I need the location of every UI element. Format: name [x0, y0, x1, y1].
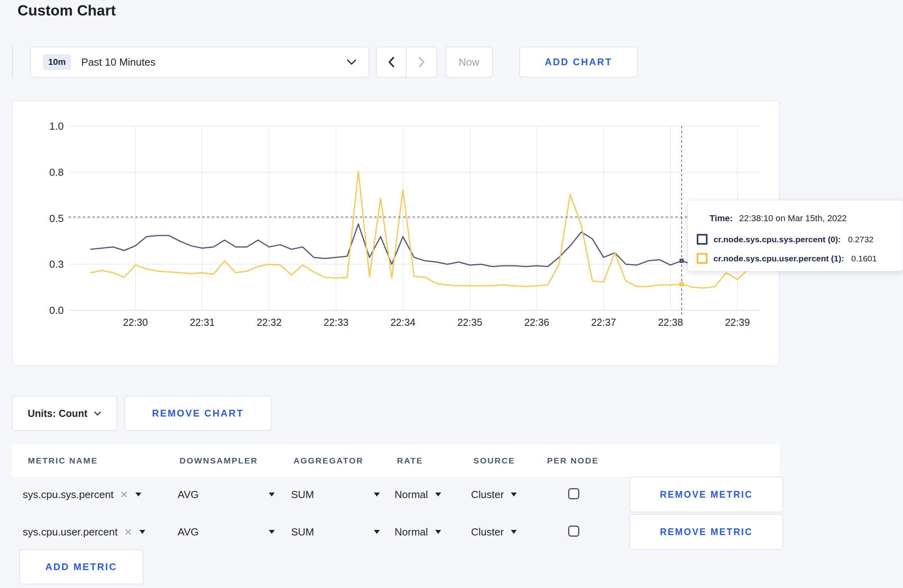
svg-text:22:31: 22:31: [190, 317, 215, 328]
col-header-downsampler: DOWNSAMPLER: [180, 444, 258, 477]
col-header-aggregator: AGGREGATOR: [293, 444, 364, 477]
next-time-button[interactable]: [407, 47, 436, 77]
tooltip-time-value: 22:38:10 on Mar 15th, 2022: [739, 213, 846, 224]
svg-text:22:30: 22:30: [123, 317, 148, 328]
chart-tooltip: Time: 22:38:10 on Mar 15th, 2022 cr.node…: [688, 200, 903, 271]
aggregator-select[interactable]: SUM: [291, 477, 380, 512]
svg-text:22:32: 22:32: [257, 317, 282, 328]
dropdown-arrow-icon: [374, 530, 380, 534]
svg-text:22:36: 22:36: [524, 317, 549, 328]
time-nav-group: [376, 47, 437, 78]
sys-series-legend-swatch: [697, 234, 708, 245]
svg-text:22:33: 22:33: [324, 317, 349, 328]
dropdown-arrow-icon: [269, 530, 275, 534]
tooltip-time-label: Time:: [710, 213, 733, 224]
add-metric-button[interactable]: ADD METRIC: [19, 549, 143, 584]
remove-tag-icon[interactable]: ✕: [124, 526, 132, 538]
tooltip-series-label: cr.node.sys.cpu.sys.percent (0):: [713, 235, 841, 244]
now-button[interactable]: Now: [445, 47, 493, 78]
remove-metric-button[interactable]: REMOVE METRIC: [629, 477, 783, 512]
col-header-per-node: PER NODE: [547, 444, 599, 477]
svg-text:22:35: 22:35: [457, 317, 483, 328]
source-value: Cluster: [471, 526, 504, 538]
col-header-metric-name: METRIC NAME: [28, 444, 98, 477]
prev-time-button[interactable]: [377, 47, 407, 77]
dropdown-arrow-icon: [269, 493, 275, 496]
remove-metric-button[interactable]: REMOVE METRIC: [629, 514, 783, 550]
units-label: Units: Count: [28, 408, 88, 419]
tooltip-series-value: 0.2732: [848, 235, 874, 244]
rate-value: Normal: [395, 489, 428, 501]
source-select[interactable]: Cluster: [471, 514, 517, 550]
per-node-checkbox[interactable]: [568, 526, 579, 537]
metrics-table-header: METRIC NAME DOWNSAMPLER AGGREGATOR RATE …: [12, 444, 780, 477]
tooltip-series-label: cr.node.sys.cpu.user.percent (1):: [713, 254, 844, 263]
chevron-left-icon: [387, 56, 395, 68]
time-range-label: Past 10 Minutes: [81, 56, 155, 68]
metric-name-value[interactable]: sys.cpu.sys.percent: [23, 489, 113, 501]
units-select[interactable]: Units: Count: [12, 396, 117, 431]
dropdown-arrow-icon: [511, 493, 517, 496]
remove-tag-icon[interactable]: ✕: [120, 489, 128, 500]
timeseries-chart[interactable]: 0.00.30.50.81.022:3022:3122:3222:3322:34…: [13, 101, 779, 365]
col-header-source: SOURCE: [473, 444, 515, 477]
dropdown-arrow-icon: [435, 530, 441, 534]
rate-select[interactable]: Normal: [395, 477, 441, 512]
dropdown-arrow-icon[interactable]: [139, 530, 145, 534]
rate-value: Normal: [395, 526, 428, 538]
tooltip-series-value: 0.1601: [851, 254, 877, 263]
svg-text:1.0: 1.0: [49, 120, 64, 132]
aggregator-value: SUM: [291, 526, 314, 538]
dropdown-arrow-icon: [435, 493, 441, 496]
svg-text:0.5: 0.5: [49, 212, 64, 224]
downsampler-select[interactable]: AVG: [178, 477, 275, 512]
dropdown-arrow-icon: [511, 530, 517, 534]
source-value: Cluster: [471, 489, 504, 501]
chart-panel[interactable]: 0.00.30.50.81.022:3022:3122:3222:3322:34…: [12, 100, 780, 366]
chevron-down-icon: [94, 411, 102, 416]
svg-text:22:39: 22:39: [725, 317, 750, 328]
aggregator-value: SUM: [291, 489, 314, 501]
time-range-badge: 10m: [43, 54, 71, 70]
downsampler-value: AVG: [178, 526, 199, 538]
remove-chart-button[interactable]: REMOVE CHART: [124, 396, 272, 431]
per-node-checkbox[interactable]: [568, 488, 579, 499]
time-range-select[interactable]: 10m Past 10 Minutes: [30, 47, 369, 78]
tooltip-time-row: Time: 22:38:10 on Mar 15th, 2022: [710, 213, 847, 224]
chevron-right-icon: [418, 56, 426, 68]
metric-row: sys.cpu.sys.percent ✕ AVG SUM Normal Clu…: [12, 477, 780, 512]
rate-select[interactable]: Normal: [395, 514, 441, 550]
svg-text:0.3: 0.3: [49, 258, 64, 270]
chevron-down-icon: [346, 59, 357, 65]
col-header-rate: RATE: [397, 444, 423, 477]
aggregator-select[interactable]: SUM: [291, 514, 380, 550]
downsampler-select[interactable]: AVG: [178, 514, 275, 550]
toolbar-divider: [12, 46, 13, 78]
svg-text:22:38: 22:38: [658, 317, 683, 328]
dropdown-arrow-icon[interactable]: [135, 493, 141, 496]
svg-text:0.0: 0.0: [49, 304, 64, 316]
page-title: Custom Chart: [18, 2, 116, 19]
metric-name-value[interactable]: sys.cpu.user.percent: [23, 526, 117, 538]
tooltip-series-row: cr.node.sys.cpu.user.percent (1): 0.1601: [697, 253, 877, 264]
tooltip-series-row: cr.node.sys.cpu.sys.percent (0): 0.2732: [697, 234, 874, 245]
svg-text:0.8: 0.8: [49, 166, 64, 178]
svg-text:22:37: 22:37: [591, 317, 616, 328]
user-series-legend-swatch: [697, 253, 708, 264]
svg-text:22:34: 22:34: [391, 317, 416, 328]
downsampler-value: AVG: [178, 489, 199, 501]
dropdown-arrow-icon: [374, 493, 380, 496]
add-chart-button[interactable]: ADD CHART: [519, 47, 638, 78]
metric-row: sys.cpu.user.percent ✕ AVG SUM Normal Cl…: [12, 514, 780, 550]
source-select[interactable]: Cluster: [471, 477, 517, 512]
